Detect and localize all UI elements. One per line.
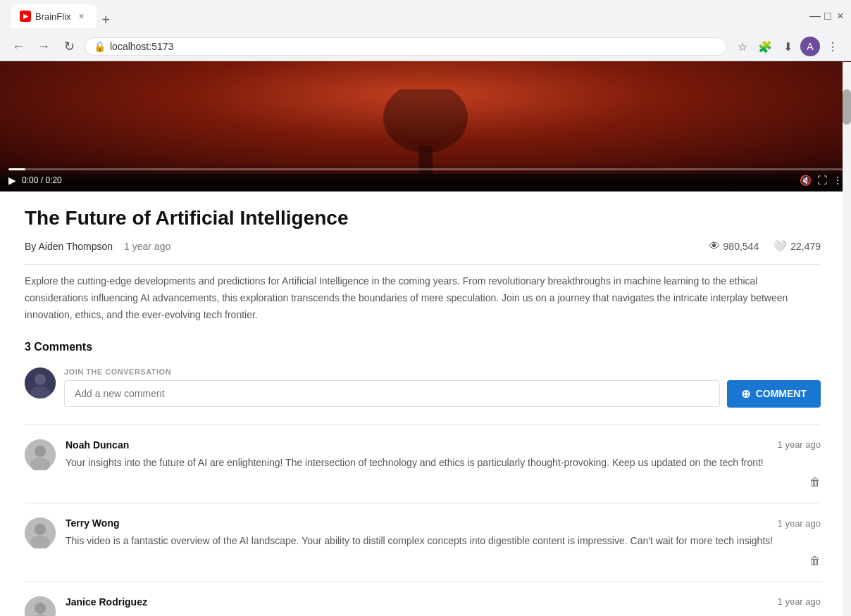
comment-item: Janice Rodriguez 1 year ago [25,582,821,616]
svg-point-12 [35,603,46,614]
delete-comment-button[interactable]: 🗑 [809,476,821,489]
extensions-icon[interactable]: 🧩 [755,37,775,56]
video-art [355,89,496,174]
browser-chrome: ▶ BrainFlix × + — □ × ← → ↻ 🔒 localhost:… [0,0,851,61]
maximize-button[interactable]: □ [823,11,833,21]
more-options-button[interactable]: ⋮ [833,175,843,186]
svg-point-3 [35,374,46,385]
svg-point-0 [383,89,468,153]
menu-icon[interactable]: ⋮ [823,37,843,56]
toolbar-icons: ☆ 🧩 ⬇ A ⋮ [733,37,843,56]
delete-comment-button[interactable]: 🗑 [809,555,821,567]
comment-header: Terry Wong 1 year ago [66,517,821,529]
video-player[interactable]: ▶ 0:00 / 0:20 🔇 ⛶ ⋮ [0,61,851,191]
comment-header: Noah Duncan 1 year ago [66,439,821,451]
time-display: 0:00 / 0:20 [22,175,62,185]
comments-list: Noah Duncan 1 year ago Your insights int… [25,425,821,616]
tab-close-button[interactable]: × [75,10,88,23]
svg-point-6 [35,446,46,457]
comment-input-row: ⊕ COMMENT [64,380,821,408]
comment-time: 1 year ago [778,439,821,450]
views-count: 980,544 [723,241,759,252]
avatar-image [25,367,56,398]
security-icon: 🔒 [94,41,106,52]
video-thumbnail [0,61,851,174]
video-title: The Future of Artificial Intelligence [25,206,821,231]
comment-text: This video is a fantastic overview of th… [66,533,821,548]
comment-header: Janice Rodriguez 1 year ago [66,596,821,608]
comments-count: 3 Comments [25,341,821,353]
url-bar[interactable]: 🔒 localhost:5173 [85,37,727,56]
minimize-button[interactable]: — [810,11,820,21]
views-stat: 👁 980,544 [709,240,759,253]
comment-body: Terry Wong 1 year ago This video is a fa… [66,517,821,567]
progress-fill [8,168,25,170]
comment-form: JOIN THE CONVERSATION ⊕ COMMENT [25,367,821,408]
comment-input-area: JOIN THE CONVERSATION ⊕ COMMENT [64,367,821,408]
likes-stat: 🤍 22,479 [773,239,821,253]
comment-item: Terry Wong 1 year ago This video is a fa… [25,503,821,581]
progress-bar[interactable] [8,168,843,170]
tab-favicon: ▶ [20,11,31,22]
window-close-button[interactable]: × [836,11,845,21]
comment-input[interactable] [64,380,720,407]
comment-body: Janice Rodriguez 1 year ago [66,596,821,616]
likes-icon: 🤍 [773,239,787,253]
svg-point-9 [35,524,46,535]
controls-row: ▶ 0:00 / 0:20 🔇 ⛶ ⋮ [8,175,843,186]
url-text: localhost:5173 [110,41,718,52]
commenter-avatar [25,439,56,470]
commenter-name: Noah Duncan [66,439,129,451]
video-author: By Aiden Thompson [25,241,113,252]
comment-item: Noah Duncan 1 year ago Your insights int… [25,425,821,503]
comment-time: 1 year ago [778,518,821,529]
divider-1 [25,264,821,265]
commenter-avatar [25,517,56,548]
commenter-avatar [25,596,56,616]
commenter-name: Janice Rodriguez [66,596,147,608]
active-tab[interactable]: ▶ BrainFlix × [11,4,97,28]
scrollbar[interactable] [843,62,851,616]
comment-plus-icon: ⊕ [741,387,750,401]
forward-button[interactable]: → [34,37,54,56]
comment-body: Noah Duncan 1 year ago Your insights int… [66,439,821,489]
likes-count: 22,479 [790,241,821,252]
comment-button[interactable]: ⊕ COMMENT [727,380,821,408]
address-bar: ← → ↻ 🔒 localhost:5173 ☆ 🧩 ⬇ A ⋮ [0,32,851,61]
back-button[interactable]: ← [8,37,28,56]
video-description: Explore the cutting-edge developments an… [25,273,821,323]
tab-title: BrainFlix [35,11,71,22]
bookmark-icon[interactable]: ☆ [733,37,752,56]
fullscreen-button[interactable]: ⛶ [817,175,827,186]
current-user-avatar [25,367,56,398]
commenter-name: Terry Wong [66,517,120,529]
download-icon[interactable]: ⬇ [778,37,797,56]
video-meta: By Aiden Thompson 1 year ago 👁 980,544 🤍… [25,239,821,253]
refresh-button[interactable]: ↻ [59,37,79,56]
scrollbar-thumb[interactable] [843,89,851,125]
meta-stats: 👁 980,544 🤍 22,479 [709,239,821,253]
join-label: JOIN THE CONVERSATION [64,367,821,376]
browser-titlebar: ▶ BrainFlix × + — □ × [0,0,851,32]
video-time: 1 year ago [124,241,170,252]
video-controls: ▶ 0:00 / 0:20 🔇 ⛶ ⋮ [0,163,851,191]
play-button[interactable]: ▶ [8,175,16,186]
new-tab-button[interactable]: + [97,12,116,28]
tab-bar: ▶ BrainFlix × + [6,4,807,28]
comment-text: Your insights into the future of AI are … [66,455,821,470]
views-icon: 👁 [709,240,720,253]
comment-time: 1 year ago [778,596,821,607]
main-content: The Future of Artificial Intelligence By… [0,191,845,616]
mute-button[interactable]: 🔇 [800,175,812,186]
comment-actions: 🗑 [66,555,821,567]
comment-actions: 🗑 [66,476,821,489]
profile-icon[interactable]: A [800,37,820,56]
